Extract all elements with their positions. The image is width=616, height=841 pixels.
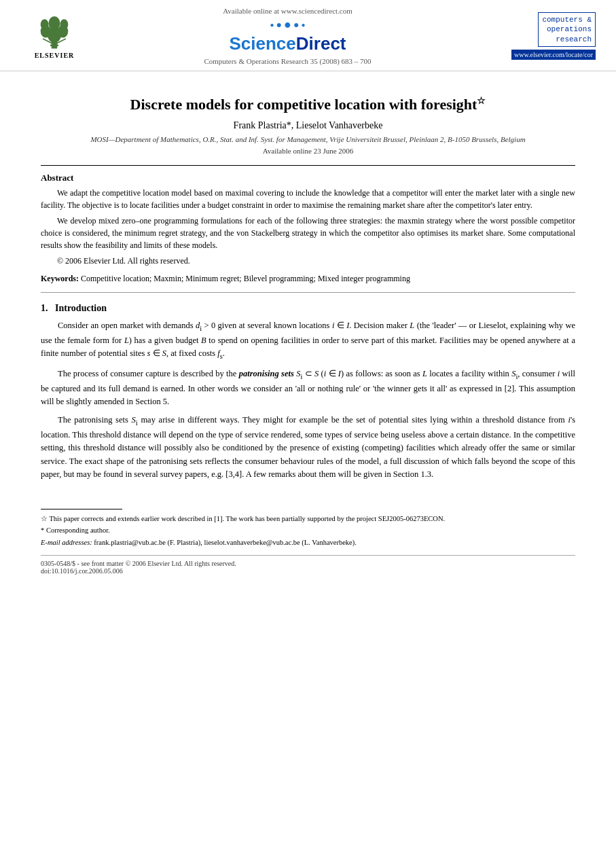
introduction-body: Consider an open market with demands di … (41, 319, 575, 481)
footnote-email: E-mail addresses: frank.plastria@vub.ac.… (41, 537, 575, 548)
journal-name-text: Computers & Operations Research 35 (2008… (102, 57, 473, 65)
page: ELSEVIER Available online at www.science… (0, 0, 616, 841)
footnote-star-text: This paper corrects and extends earlier … (49, 515, 445, 522)
footer-bar: 0305-0548/$ - see front matter © 2006 El… (41, 555, 575, 575)
journal-header: ELSEVIER Available online at www.science… (0, 0, 616, 71)
available-online-text: Available online at www.sciencedirect.co… (102, 7, 473, 15)
footnote-star-symbol: ☆ (41, 515, 49, 522)
sciencedirect-logo: ● ● ● ● ● ScienceDirect (102, 18, 473, 54)
footnote-divider (41, 509, 122, 509)
footnotes-text: ☆ This paper corrects and extends earlie… (41, 514, 575, 548)
main-content: Discrete models for competitive location… (0, 71, 616, 588)
cor-website-text: www.elsevier.com/locate/cor (511, 50, 596, 60)
svg-rect-7 (50, 45, 58, 47)
svg-point-6 (60, 19, 68, 29)
sd-dot3-icon: ● (284, 18, 291, 32)
footer-issn: 0305-0548/$ - see front matter © 2006 El… (41, 560, 575, 567)
abstract-title: Abstract (41, 173, 575, 183)
footnote-star: ☆ This paper corrects and extends earlie… (41, 514, 575, 524)
affiliation-text: MOSI—Department of Mathematics, O.R., St… (41, 135, 575, 143)
email-label: E-mail addresses: (41, 539, 94, 546)
keywords-text: Competitive location; Maxmin; Minimum re… (81, 274, 410, 283)
sd-dot2-icon: ● (276, 20, 282, 31)
paper-title-text: Discrete models for competitive location… (130, 96, 477, 113)
sd-dot4-icon: ● (293, 20, 299, 31)
keywords-section: Keywords: Competitive location; Maxmin; … (41, 274, 575, 284)
available-date-text: Available online 23 June 2006 (41, 147, 575, 155)
footnote-corresponding: * Corresponding author. (41, 525, 575, 536)
abstract-para2: We develop mixed zero–one programming fo… (41, 215, 575, 251)
elsevier-text: ELSEVIER (35, 52, 75, 59)
authors-text: Frank Plastria*, Lieselot Vanhaverbeke (41, 120, 575, 131)
sd-dot1-icon: ● (270, 21, 274, 29)
abstract-para1: We adapt the competitive location model … (41, 187, 575, 211)
footnotes-container: ☆ This paper corrects and extends earlie… (41, 509, 575, 548)
copyright-text: © 2006 Elsevier Ltd. All rights reserved… (41, 255, 575, 267)
svg-point-4 (49, 16, 60, 30)
paper-title: Discrete models for competitive location… (41, 95, 575, 113)
intro-para3: The patronising sets Si may arise in dif… (41, 414, 575, 481)
cor-line3: research (542, 35, 592, 44)
abstract-text: We adapt the competitive location model … (41, 187, 575, 267)
elsevier-tree-icon (34, 13, 75, 50)
cor-line2: operations (542, 24, 592, 34)
title-star: ☆ (477, 96, 486, 106)
email-text: frank.plastria@vub.ac.be (F. Plastria), … (94, 539, 357, 546)
introduction-section-title: 1. Introduction (41, 303, 575, 314)
elsevier-logo: ELSEVIER (20, 13, 88, 59)
footer-doi: doi:10.1016/j.cor.2006.05.006 (41, 567, 575, 575)
intro-para2: The process of consumer capture is descr… (41, 368, 575, 408)
cor-logo-text: computers & operations research (538, 12, 596, 47)
cor-logo-container: computers & operations research www.else… (487, 12, 596, 60)
intro-para1: Consider an open market with demands di … (41, 319, 575, 362)
sd-icon-row: ● ● ● ● ● (270, 18, 306, 32)
sciencedirect-name: ScienceDirect (230, 33, 346, 54)
cor-line1: computers & (542, 15, 592, 24)
section-number: 1. (41, 303, 48, 313)
svg-point-5 (41, 19, 49, 29)
sciencedirect-container: Available online at www.sciencedirect.co… (88, 7, 487, 65)
sd-dot5-icon: ● (301, 21, 305, 29)
title-divider (41, 165, 575, 166)
keywords-label: Keywords: (41, 274, 79, 283)
abstract-section: Abstract We adapt the competitive locati… (41, 173, 575, 267)
abstract-body-divider (41, 292, 575, 293)
section-title-text: Introduction (55, 303, 107, 313)
elsevier-logo-container: ELSEVIER (20, 13, 88, 59)
